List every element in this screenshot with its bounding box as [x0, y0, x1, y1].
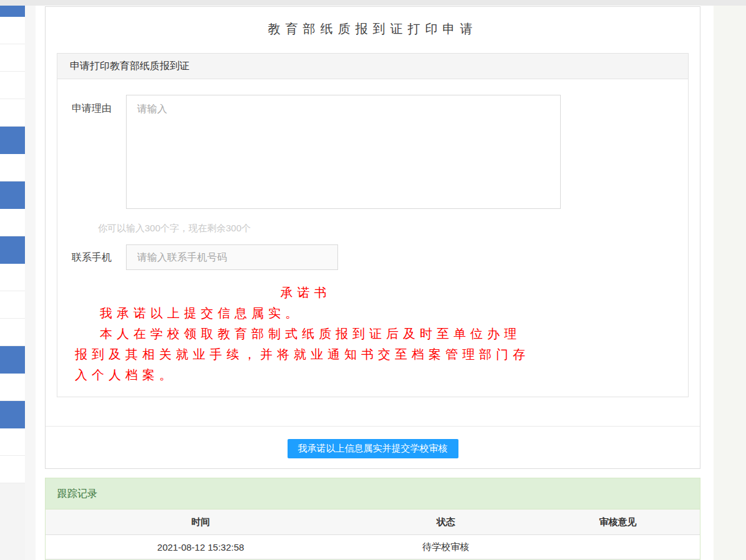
reason-char-limit-hint: 你可以输入300个字，现在剩余300个 [98, 223, 251, 234]
track-status-cell: 待学校审核 [356, 535, 536, 559]
sidebar-menu-item[interactable] [0, 346, 25, 374]
application-panel-header: 申请打印教育部纸质报到证 [57, 54, 688, 79]
sidebar-menu-item[interactable] [0, 127, 25, 154]
application-panel: 申请打印教育部纸质报到证 申请理由 你可以输入300个字，现在剩余300个 联系… [57, 53, 689, 397]
reason-textarea[interactable] [126, 95, 561, 209]
column-header-opinion: 审核意见 [536, 509, 700, 535]
track-opinion-cell [536, 535, 700, 559]
sidebar-menu-item[interactable] [0, 428, 25, 456]
phone-input[interactable] [126, 244, 338, 270]
track-time-cell: 2021-08-12 15:32:58 [46, 535, 356, 559]
application-panel-body: 申请理由 你可以输入300个字，现在剩余300个 联系手机 承诺书 我承诺以上提… [57, 79, 688, 397]
top-page-strip [0, 0, 746, 6]
actions-divider [46, 426, 700, 427]
application-form-container: 教育部纸质报到证打印申请 申请打印教育部纸质报到证 申请理由 你可以输入300个… [45, 6, 700, 469]
sidebar-menu-item[interactable] [0, 401, 25, 428]
sidebar-menu-item[interactable] [0, 6, 25, 17]
submit-button[interactable]: 我承诺以上信息属实并提交学校审核 [288, 439, 458, 458]
page-title: 教育部纸质报到证打印申请 [46, 21, 700, 37]
sidebar-menu-item[interactable] [0, 44, 25, 72]
tracking-table-header-row: 时间 状态 审核意见 [46, 509, 700, 535]
sidebar-scrollbar[interactable] [25, 6, 36, 560]
column-header-time: 时间 [46, 509, 356, 535]
commitment-paragraph: 我承诺以上提交信息属实。 [75, 303, 536, 324]
tracking-table: 时间 状态 审核意见 2021-08-12 15:32:58 待学校审核 [46, 509, 700, 559]
sidebar-menu-item[interactable] [0, 99, 25, 127]
tracking-record-panel: 跟踪记录 时间 状态 审核意见 2021-08-12 15:32:58 待学校审… [45, 478, 700, 560]
sidebar-menu-item[interactable] [0, 264, 25, 291]
commitment-letter: 承诺书 我承诺以上提交信息属实。 本人在学校领取教育部制式纸质报到证后及时至单位… [75, 282, 536, 385]
commitment-paragraph: 本人在学校领取教育部制式纸质报到证后及时至单位办理报到及其相关就业手续，并将就业… [75, 324, 536, 385]
sidebar-menu-item[interactable] [0, 456, 25, 483]
sidebar-menu-item[interactable] [0, 209, 25, 236]
tracking-panel-header: 跟踪记录 [46, 478, 700, 509]
column-header-status: 状态 [356, 509, 536, 535]
sidebar-menu-item[interactable] [0, 181, 25, 209]
tracking-table-row: 2021-08-12 15:32:58 待学校审核 [46, 535, 700, 559]
commitment-title: 承诺书 [75, 282, 536, 303]
sidebar-menu-item[interactable] [0, 291, 25, 319]
sidebar-menu-item[interactable] [0, 154, 25, 181]
sidebar-menu-item[interactable] [0, 319, 25, 346]
sidebar-menu-item[interactable] [0, 374, 25, 401]
right-background-area [714, 6, 746, 560]
phone-label: 联系手机 [72, 251, 112, 264]
left-sidebar-menu [0, 6, 25, 560]
sidebar-menu-item[interactable] [0, 236, 25, 264]
reason-label: 申请理由 [72, 102, 112, 115]
sidebar-menu-item[interactable] [0, 72, 25, 99]
sidebar-menu-item[interactable] [0, 17, 25, 44]
